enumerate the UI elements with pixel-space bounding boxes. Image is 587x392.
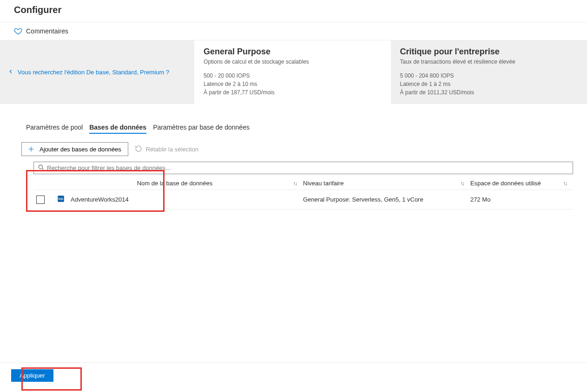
database-name: AdventureWorks2014 — [71, 196, 129, 203]
add-databases-button[interactable]: Ajouter des bases de données — [21, 142, 128, 156]
undo-icon — [135, 145, 142, 154]
tier-iops: 5 000 - 204 800 IOPS — [400, 72, 578, 80]
tier-latency: Latence de 1 à 2 ms — [400, 80, 578, 88]
col-database-name[interactable]: Nom de la base de données ↑↓ — [57, 180, 303, 187]
heart-icon — [14, 27, 22, 35]
feedback-link[interactable]: Commentaires — [26, 27, 68, 35]
svg-point-2 — [39, 165, 42, 169]
tier-general-purpose[interactable]: General Purpose Options de calcul et de … — [194, 40, 391, 104]
add-databases-label: Ajouter des bases de données — [40, 146, 121, 153]
space-used-value: 272 Mo — [470, 196, 573, 203]
tabs: Paramètres de pool Bases de données Para… — [26, 124, 573, 134]
svg-line-3 — [42, 169, 44, 170]
tab-pool-settings[interactable]: Paramètres de pool — [26, 124, 83, 134]
col-space-used[interactable]: Espace de données utilisé ↑↓ — [470, 180, 573, 187]
pricing-tiers: Vous recherchez l'édition De base, Stand… — [0, 40, 587, 104]
col-label: Espace de données utilisé — [470, 180, 541, 187]
chevron-left-icon — [7, 68, 14, 76]
col-pricing-tier[interactable]: Niveau tarifaire ↑↓ — [303, 180, 470, 187]
commands-bar: Commentaires — [0, 22, 587, 40]
tier-price: À partir de 187,77 USD/mois — [204, 88, 382, 97]
other-editions-link[interactable]: Vous recherchez l'édition De base, Stand… — [18, 69, 169, 76]
tier-subtitle: Options de calcul et de stockage scalabl… — [204, 59, 382, 65]
sort-icon: ↑↓ — [563, 180, 567, 187]
reset-selection-label: Rétablir la sélection — [146, 146, 198, 153]
search-input[interactable] — [47, 164, 569, 171]
pricing-tier-value: General Purpose: Serverless, Gen5, 1 vCo… — [303, 196, 470, 203]
col-label: Nom de la base de données — [57, 180, 293, 187]
plus-icon — [27, 145, 35, 153]
search-box[interactable] — [33, 162, 573, 174]
sort-icon: ↑↓ — [293, 180, 297, 187]
reset-selection-button[interactable]: Rétablir la sélection — [135, 145, 198, 154]
col-label: Niveau tarifaire — [303, 180, 343, 187]
tier-subtitle: Taux de transactions élevé et résilience… — [400, 59, 578, 65]
table-row[interactable]: SQL AdventureWorks2014 General Purpose: … — [33, 190, 573, 209]
tier-title: General Purpose — [204, 47, 382, 57]
tier-title: Critique pour l'entreprise — [400, 47, 578, 57]
tier-iops: 500 - 20 000 IOPS — [204, 72, 382, 80]
tab-per-db-settings[interactable]: Paramètres par base de données — [153, 124, 250, 134]
svg-text:SQL: SQL — [58, 197, 64, 200]
page-title: Configurer — [0, 0, 587, 22]
tab-databases[interactable]: Bases de données — [89, 124, 146, 134]
sort-icon: ↑↓ — [460, 180, 464, 187]
tier-price: À partir de 1011,32 USD/mois — [400, 88, 578, 97]
search-icon — [38, 164, 44, 172]
tier-business-critical[interactable]: Critique pour l'entreprise Taux de trans… — [391, 40, 587, 104]
row-checkbox[interactable] — [36, 196, 45, 204]
sql-database-icon: SQL — [57, 195, 65, 204]
tier-latency: Latence de 2 à 10 ms — [204, 80, 382, 88]
